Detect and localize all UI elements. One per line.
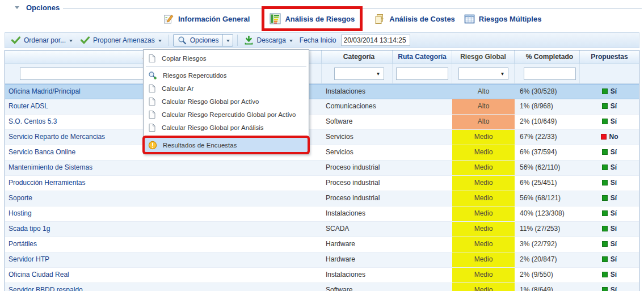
cell-categoria: Proceso industrial — [322, 191, 393, 206]
column-header-completado[interactable]: % Completado — [515, 50, 580, 64]
cell-ruta-categoria — [393, 115, 452, 129]
cell-riesgo-global: Medio — [452, 191, 515, 206]
opciones-split-button[interactable]: Opciones — [173, 34, 234, 47]
table-row[interactable]: Router ADSLComunicacionesAlto1% (8/968)S… — [5, 99, 639, 115]
cell-categoria: Servicios — [322, 145, 393, 160]
search-plus-icon — [148, 71, 157, 80]
column-header-ruta-categoria[interactable]: Ruta Categoría — [393, 50, 452, 64]
table-header-row: Activo Categoría Ruta Categoría Riesgo G… — [5, 50, 639, 64]
toolbar-separator — [169, 35, 169, 46]
cell-categoria: Hardware — [322, 252, 393, 267]
cell-riesgo-global: Medio — [452, 252, 515, 267]
menu-item-copiar-riesgos[interactable]: Copiar Riesgos — [145, 52, 308, 65]
filter-row: ▼ ▼ — [5, 64, 639, 84]
riesgo-filter-select[interactable]: ▼ — [458, 68, 508, 80]
menu-item-riesgos-repercutidos[interactable]: Riesgos Repercutidos — [145, 69, 308, 82]
tab-analisis-de-costes[interactable]: Análisis de Costes — [374, 14, 455, 24]
table-row[interactable]: Servidor BBDD respaldoSoftwareMedio1% (8… — [5, 283, 639, 291]
cell-activo: Oficina Ciudad Real — [5, 268, 322, 282]
chevron-down-icon — [289, 40, 293, 42]
table-row[interactable]: Servidor HTPHardwareMedio2% (20/847)Sí — [5, 252, 639, 268]
ordenar-por-button[interactable]: Ordenar por... — [8, 35, 76, 46]
grid-table-icon — [464, 14, 475, 24]
cell-categoria: Proceso industrial — [322, 176, 393, 191]
tab-analisis-de-riesgos[interactable]: Análisis de Riesgos — [264, 9, 360, 28]
propuesta-label: No — [609, 133, 618, 141]
menu-item-calcular-riesgo-repercutido-global-por-activo[interactable]: Calcular Riesgo Repercutido Global por A… — [145, 108, 308, 121]
table-row[interactable]: Mantenimiento de SistemasProceso industr… — [5, 161, 639, 176]
cell-categoria: Comunicaciones — [322, 99, 393, 114]
table-body: Oficina Madrid/PrincipalInstalacionesAlt… — [5, 84, 639, 291]
cell-propuestas: Sí — [580, 176, 639, 191]
table-row[interactable]: Servicio Reparto de MercanciasServiciosM… — [5, 130, 639, 145]
check-icon — [81, 36, 90, 44]
cell-completado: 2% (9/550) — [515, 268, 580, 282]
cell-riesgo-global: Alto — [452, 99, 515, 114]
menu-item-calcular-riesgo-global-por-analisis[interactable]: Calcular Riesgo Global por Análisis — [145, 121, 308, 134]
ruta-filter-input[interactable] — [396, 68, 448, 80]
propuesta-label: Sí — [611, 286, 617, 291]
cell-riesgo-global: Alto — [452, 115, 515, 129]
categoria-filter-select[interactable]: ▼ — [334, 68, 384, 80]
table-row[interactable]: Producción HerramientasProceso industria… — [5, 176, 639, 191]
descarga-button[interactable]: Descarga — [241, 34, 296, 47]
cell-completado: 2% (10/649) — [515, 115, 580, 129]
fecha-inicio-input[interactable] — [341, 35, 410, 46]
cell-ruta-categoria — [393, 222, 452, 237]
propuesta-label: Sí — [611, 194, 617, 202]
tab-label: Riesgos Múltiples — [479, 15, 542, 23]
column-header-categoria[interactable]: Categoría — [322, 50, 393, 64]
cell-activo: Soporte — [5, 191, 322, 206]
column-header-propuestas[interactable]: Propuestas — [580, 50, 639, 64]
chevron-down-icon — [226, 40, 230, 42]
cell-categoria: Software — [322, 115, 393, 129]
menu-item-label: Resultados de Encuestas — [163, 142, 237, 149]
proponer-amenazas-label: Proponer Amenazas — [93, 36, 155, 44]
tab-bar: Información General Análisis de Riesgos … — [163, 9, 541, 28]
cell-completado: 6% (37/594) — [515, 145, 580, 160]
cell-activo: Servidor HTP — [5, 252, 322, 267]
opciones-button[interactable]: Opciones — [174, 35, 223, 46]
cell-riesgo-global: Medio — [452, 145, 515, 160]
toolbar: Ordenar por... Proponer Amenazas Opcione… — [5, 32, 639, 48]
cell-completado: 56% (68/121) — [515, 191, 580, 206]
cell-ruta-categoria — [393, 99, 452, 114]
menu-item-calcular-riesgo-global-por-activo[interactable]: Calcular Riesgo Global por Activo — [145, 95, 308, 108]
propuesta-label: Sí — [611, 102, 617, 110]
ordenar-por-label: Ordenar por... — [24, 36, 66, 44]
table-row[interactable]: PortátilesHardwareMedio3% (22/792)Sí — [5, 237, 639, 252]
menu-item-resultados-de-encuestas[interactable]: Resultados de Encuestas — [145, 138, 308, 152]
table-row[interactable]: SoporteProceso industrialMedio56% (68/12… — [5, 191, 639, 206]
table-row[interactable]: Servicio Banca OnlineServiciosMedio6% (3… — [5, 145, 639, 161]
proponer-amenazas-button[interactable]: Proponer Amenazas — [77, 35, 165, 46]
cell-categoria: Instalaciones — [322, 268, 393, 282]
cell-propuestas: Sí — [580, 145, 639, 160]
opciones-dropdown-arrow[interactable] — [222, 35, 233, 46]
menu-item-calcular-ar[interactable]: Calcular Ar — [145, 82, 308, 95]
proposal-yes-square-icon — [602, 272, 608, 277]
table-row[interactable]: Scada tipo 1gSCADAMedio11% (27/253)Sí — [5, 222, 639, 237]
column-header-riesgo-global[interactable]: Riesgo Global — [452, 50, 515, 64]
cell-riesgo-global: Medio — [452, 161, 515, 175]
menu-item-label: Calcular Riesgo Repercutido Global por A… — [162, 111, 296, 118]
cell-completado: 3% (22/792) — [515, 237, 580, 252]
collapse-arrow-icon[interactable] — [15, 6, 19, 9]
tab-informacion-general[interactable]: Información General — [163, 14, 250, 24]
propuesta-label: Sí — [611, 209, 617, 217]
cell-riesgo-global: Alto — [452, 85, 515, 99]
completado-filter-input[interactable] — [524, 68, 576, 80]
cell-riesgo-global: Medio — [452, 176, 515, 191]
cell-propuestas: Sí — [580, 161, 639, 175]
cell-propuestas: Sí — [580, 99, 639, 114]
table-row[interactable]: S.O. Centos 5.3SoftwareAlto2% (10/649)Sí — [5, 115, 639, 130]
cell-completado: 6% (30/528) — [515, 85, 580, 99]
cell-ruta-categoria — [393, 191, 452, 206]
table-row[interactable]: Oficina Ciudad RealInstalacionesMedio2% … — [5, 268, 639, 283]
cell-ruta-categoria — [393, 161, 452, 175]
cell-ruta-categoria — [393, 283, 452, 291]
cell-categoria: Servicios — [322, 130, 393, 145]
table-row[interactable]: HostingInstalacionesMedio40% (123/308)Sí — [5, 206, 639, 222]
table-row[interactable]: Oficina Madrid/PrincipalInstalacionesAlt… — [5, 84, 639, 99]
tab-riesgos-multiples[interactable]: Riesgos Múltiples — [464, 14, 542, 24]
menu-item-label: Riesgos Repercutidos — [163, 72, 227, 79]
